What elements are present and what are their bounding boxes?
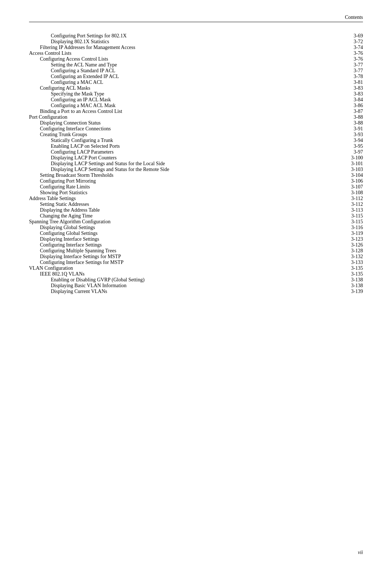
toc-item-page: 3-77 bbox=[341, 68, 363, 74]
toc-item-page: 3-86 bbox=[341, 103, 363, 109]
page-header: Contents bbox=[29, 15, 363, 22]
toc-item-page: 3-87 bbox=[341, 109, 363, 114]
toc-item-text: Address Table Settings bbox=[29, 196, 341, 201]
toc-item-page: 3-123 bbox=[341, 236, 363, 242]
toc-item-page: 3-138 bbox=[341, 277, 363, 283]
list-item: Displaying 802.1X Statistics 3-72 bbox=[29, 39, 363, 45]
toc-item-page: 3-112 bbox=[341, 201, 363, 207]
toc-item-text: Enabling LACP on Selected Ports bbox=[29, 143, 341, 149]
toc-item-text: VLAN Configuration bbox=[29, 265, 341, 271]
toc-item-page: 3-97 bbox=[341, 149, 363, 155]
toc-item-text: Displaying 802.1X Statistics bbox=[29, 39, 341, 45]
toc-item-page: 3-101 bbox=[341, 161, 363, 167]
toc-item-page: 3-106 bbox=[341, 178, 363, 184]
toc-item-page: 3-139 bbox=[341, 289, 363, 294]
list-item: Setting Broadcast Storm Thresholds 3-104 bbox=[29, 172, 363, 178]
toc-item-page: 3-133 bbox=[341, 260, 363, 265]
list-item: Specifying the Mask Type 3-83 bbox=[29, 91, 363, 97]
list-item: Setting Static Addresses 3-112 bbox=[29, 201, 363, 207]
toc-item-page: 3-104 bbox=[341, 172, 363, 178]
toc-item-text: IEEE 802.1Q VLANs bbox=[29, 271, 341, 277]
list-item: Configuring Port Settings for 802.1X 3-6… bbox=[29, 33, 363, 39]
toc-item-text: Configuring Rate Limits bbox=[29, 184, 341, 190]
toc-item-text: Displaying Interface Settings bbox=[29, 236, 341, 242]
list-item: Displaying Basic VLAN Information 3-138 bbox=[29, 283, 363, 289]
list-item: Displaying Interface Settings 3-123 bbox=[29, 236, 363, 242]
toc-item-page: 3-88 bbox=[341, 114, 363, 120]
toc-item-page: 3-94 bbox=[341, 138, 363, 143]
toc-item-page: 3-93 bbox=[341, 132, 363, 138]
list-item: Displaying LACP Settings and Status for … bbox=[29, 161, 363, 167]
toc-item-text: Configuring Interface Settings for MSTP bbox=[29, 260, 341, 265]
list-item: Configuring a MAC ACL 3-81 bbox=[29, 80, 363, 85]
toc-item-page: 3-115 bbox=[341, 213, 363, 219]
toc-item-text: Displaying Connection Status bbox=[29, 120, 341, 126]
list-item: VLAN Configuration 3-135 bbox=[29, 265, 363, 271]
header-title: Contents bbox=[345, 15, 363, 20]
toc-item-text: Specifying the Mask Type bbox=[29, 91, 341, 97]
toc-item-text: Creating Trunk Groups bbox=[29, 132, 341, 138]
list-item: Configuring Interface Connections 3-91 bbox=[29, 126, 363, 132]
toc-item-page: 3-116 bbox=[341, 225, 363, 231]
list-item: Enabling or Disabling GVRP (Global Setti… bbox=[29, 277, 363, 283]
list-item: Changing the Aging Time 3-115 bbox=[29, 213, 363, 219]
toc-item-text: Configuring Port Mirroring bbox=[29, 178, 341, 184]
list-item: Configuring Global Settings 3-119 bbox=[29, 231, 363, 236]
list-item: Address Table Settings 3-112 bbox=[29, 196, 363, 201]
toc-item-page: 3-108 bbox=[341, 190, 363, 196]
list-item: Displaying LACP Port Counters 3-100 bbox=[29, 155, 363, 161]
toc-item-page: 3-91 bbox=[341, 126, 363, 132]
toc-item-text: Configuring Interface Settings bbox=[29, 242, 341, 248]
page-footer: vii bbox=[358, 550, 363, 555]
list-item: Port Configuration 3-88 bbox=[29, 114, 363, 120]
toc-item-text: Displaying LACP Port Counters bbox=[29, 155, 341, 161]
toc-item-text: Displaying Current VLANs bbox=[29, 289, 341, 294]
toc-item-text: Configuring an Extended IP ACL bbox=[29, 74, 341, 80]
list-item: Statically Configuring a Trunk 3-94 bbox=[29, 138, 363, 143]
toc-item-page: 3-128 bbox=[341, 248, 363, 254]
list-item: Configuring a Standard IP ACL 3-77 bbox=[29, 68, 363, 74]
toc-item-page: 3-77 bbox=[341, 62, 363, 68]
toc-item-page: 3-69 bbox=[341, 33, 363, 39]
list-item: Enabling LACP on Selected Ports 3-95 bbox=[29, 143, 363, 149]
page-number: vii bbox=[358, 550, 363, 555]
toc-item-text: Displaying Global Settings bbox=[29, 225, 341, 231]
toc-item-text: Changing the Aging Time bbox=[29, 213, 341, 219]
list-item: Displaying Current VLANs 3-139 bbox=[29, 289, 363, 294]
list-item: Access Control Lists 3-76 bbox=[29, 50, 363, 56]
toc-item-page: 3-74 bbox=[341, 45, 363, 50]
list-item: Creating Trunk Groups 3-93 bbox=[29, 132, 363, 138]
toc-item-page: 3-81 bbox=[341, 80, 363, 85]
toc-item-page: 3-83 bbox=[341, 85, 363, 91]
toc-item-text: Configuring a Standard IP ACL bbox=[29, 68, 341, 74]
list-item: Configuring an Extended IP ACL 3-78 bbox=[29, 74, 363, 80]
list-item: Configuring Port Mirroring 3-106 bbox=[29, 178, 363, 184]
toc-item-text: Binding a Port to an Access Control List bbox=[29, 109, 341, 114]
toc-item-text: Configuring Global Settings bbox=[29, 231, 341, 236]
list-item: Configuring Interface Settings 3-126 bbox=[29, 242, 363, 248]
toc-item-text: Setting Broadcast Storm Thresholds bbox=[29, 172, 341, 178]
toc-item-text: Showing Port Statistics bbox=[29, 190, 341, 196]
list-item: Configuring Rate Limits 3-107 bbox=[29, 184, 363, 190]
list-item: Configuring Multiple Spanning Trees 3-12… bbox=[29, 248, 363, 254]
toc-item-text: Statically Configuring a Trunk bbox=[29, 138, 341, 143]
toc-item-page: 3-126 bbox=[341, 242, 363, 248]
toc-item-page: 3-112 bbox=[341, 196, 363, 201]
list-item: Configuring Interface Settings for MSTP … bbox=[29, 260, 363, 265]
toc-item-page: 3-138 bbox=[341, 283, 363, 289]
toc-item-text: Displaying LACP Settings and Status for … bbox=[29, 161, 341, 167]
toc-item-text: Displaying LACP Settings and Status for … bbox=[29, 167, 341, 172]
list-item: Configuring a MAC ACL Mask 3-86 bbox=[29, 103, 363, 109]
toc-item-page: 3-78 bbox=[341, 74, 363, 80]
toc-item-text: Configuring a MAC ACL Mask bbox=[29, 103, 341, 109]
toc-item-text: Setting the ACL Name and Type bbox=[29, 62, 341, 68]
toc-item-page: 3-107 bbox=[341, 184, 363, 190]
toc-item-text: Configuring ACL Masks bbox=[29, 85, 341, 91]
toc-content: Configuring Port Settings for 802.1X 3-6… bbox=[29, 33, 363, 294]
toc-item-page: 3-72 bbox=[341, 39, 363, 45]
toc-item-text: Configuring Access Control Lists bbox=[29, 56, 341, 62]
toc-item-text: Spanning Tree Algorithm Configuration bbox=[29, 219, 341, 225]
toc-item-page: 3-113 bbox=[341, 207, 363, 213]
toc-item-text: Configuring an IP ACL Mask bbox=[29, 97, 341, 103]
list-item: Spanning Tree Algorithm Configuration 3-… bbox=[29, 219, 363, 225]
